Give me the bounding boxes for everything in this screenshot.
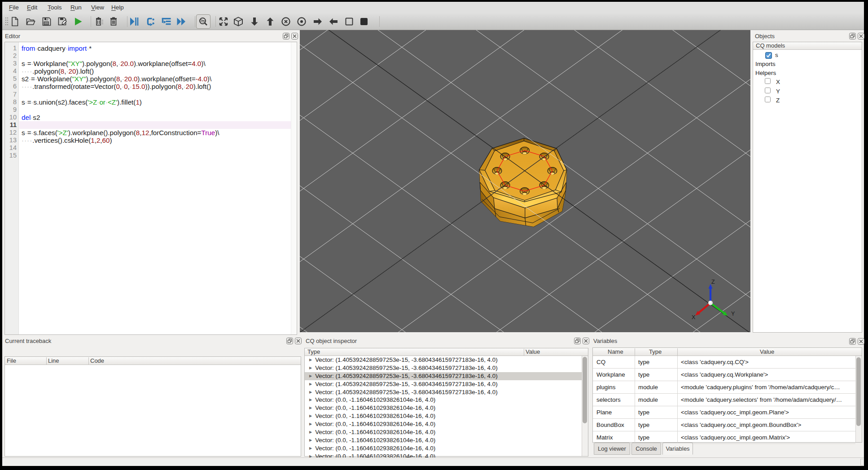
svg-text:X: X: [692, 314, 696, 321]
svg-text:Z: Z: [711, 279, 715, 285]
svg-text:Y: Y: [731, 311, 735, 317]
